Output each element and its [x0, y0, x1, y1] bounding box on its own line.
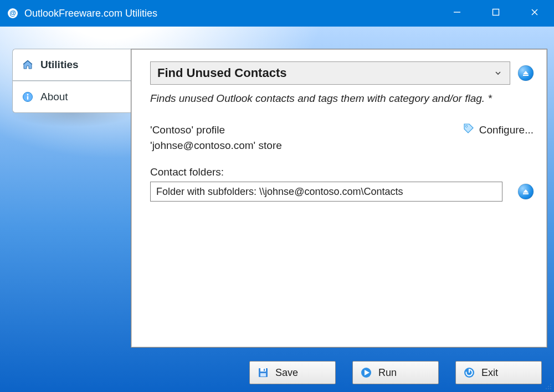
main-panel: Find Unused Contacts Finds unused Outloo…: [131, 49, 547, 348]
button-bar: Save Run Exit: [131, 361, 547, 384]
section-header[interactable]: Find Unused Contacts: [150, 61, 510, 85]
side-tabs: Utilities About: [12, 49, 131, 113]
tab-utilities-label: Utilities: [40, 59, 79, 71]
title-bar: @ OutlookFreeware.com Utilities: [0, 0, 554, 27]
run-button[interactable]: Run: [352, 361, 439, 384]
section-description: Finds unused Outlook contacts and tags t…: [150, 92, 534, 105]
tab-utilities[interactable]: Utilities: [12, 49, 131, 81]
svg-rect-14: [264, 369, 265, 371]
app-icon: @: [8, 8, 18, 18]
svg-rect-11: [523, 193, 529, 194]
svg-rect-1: [493, 9, 499, 16]
svg-rect-15: [260, 373, 266, 376]
home-icon: [22, 59, 34, 71]
tag-icon: [463, 122, 475, 137]
save-button-label: Save: [275, 367, 298, 379]
resize-grip[interactable]: [543, 381, 552, 390]
window-controls: [438, 0, 554, 24]
svg-point-5: [27, 94, 29, 96]
tab-about[interactable]: About: [12, 81, 131, 113]
contact-folders-label: Contact folders:: [150, 166, 534, 178]
svg-point-21: [550, 388, 551, 389]
svg-rect-8: [523, 75, 529, 76]
profile-line-2: 'johnse@contoso.com' store: [150, 138, 463, 153]
section-title: Find Unused Contacts: [157, 66, 493, 80]
collapse-button[interactable]: [518, 65, 534, 81]
minimize-button[interactable]: [438, 0, 476, 24]
svg-point-25: [548, 386, 549, 387]
info-icon: [22, 91, 34, 103]
play-icon: [360, 366, 373, 379]
svg-point-24: [546, 388, 547, 389]
profile-line-1: 'Contoso' profile: [150, 122, 463, 138]
tab-about-label: About: [40, 91, 68, 103]
configure-label: Configure...: [479, 124, 534, 136]
power-icon: [463, 366, 476, 379]
chevron-down-icon: [493, 68, 503, 78]
close-button[interactable]: [515, 0, 554, 24]
folders-picker-button[interactable]: [518, 184, 534, 199]
svg-point-9: [465, 125, 467, 127]
window-title: OutlookFreeware.com Utilities: [24, 8, 157, 19]
maximize-button[interactable]: [476, 0, 515, 24]
save-button[interactable]: Save: [249, 361, 336, 384]
exit-button-label: Exit: [481, 367, 498, 379]
run-button-label: Run: [378, 367, 397, 379]
exit-button[interactable]: Exit: [455, 361, 542, 384]
svg-marker-7: [523, 71, 529, 74]
svg-point-22: [548, 388, 549, 389]
profile-info: 'Contoso' profile 'johnse@contoso.com' s…: [150, 122, 463, 153]
contact-folders-input[interactable]: [150, 182, 502, 202]
svg-rect-13: [260, 368, 266, 372]
svg-marker-10: [523, 189, 529, 193]
svg-point-26: [550, 384, 551, 385]
svg-rect-6: [27, 96, 28, 100]
svg-point-23: [550, 386, 551, 387]
save-icon: [257, 366, 270, 379]
configure-link[interactable]: Configure...: [463, 122, 534, 137]
